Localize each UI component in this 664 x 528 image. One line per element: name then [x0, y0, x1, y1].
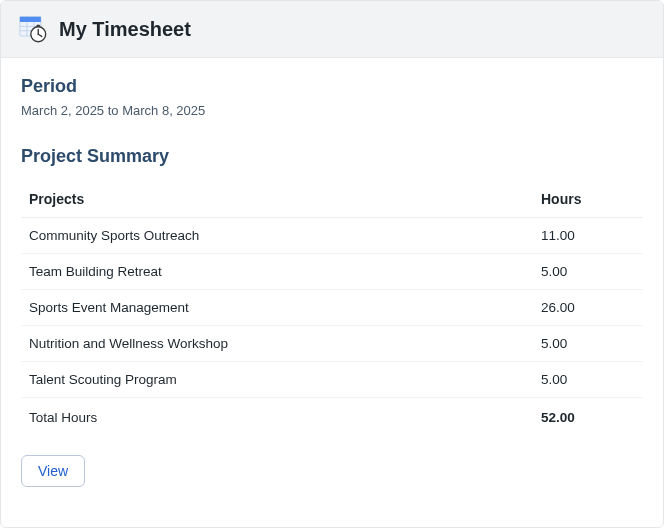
- table-row: Community Sports Outreach 11.00: [21, 218, 643, 254]
- table-row: Talent Scouting Program 5.00: [21, 362, 643, 398]
- project-summary-title: Project Summary: [21, 146, 643, 167]
- page-title: My Timesheet: [59, 18, 191, 41]
- total-value: 52.00: [533, 398, 643, 436]
- svg-rect-1: [20, 17, 41, 22]
- project-name: Talent Scouting Program: [21, 362, 533, 398]
- project-name: Team Building Retreat: [21, 254, 533, 290]
- project-name: Community Sports Outreach: [21, 218, 533, 254]
- period-label: Period: [21, 76, 643, 97]
- project-hours: 26.00: [533, 290, 643, 326]
- table-row: Team Building Retreat 5.00: [21, 254, 643, 290]
- project-hours: 5.00: [533, 362, 643, 398]
- col-projects: Projects: [21, 181, 533, 218]
- project-name: Nutrition and Wellness Workshop: [21, 326, 533, 362]
- total-row: Total Hours 52.00: [21, 398, 643, 436]
- actions-bar: View: [21, 455, 643, 487]
- project-hours: 5.00: [533, 326, 643, 362]
- total-label: Total Hours: [21, 398, 533, 436]
- timesheet-card: My Timesheet Period March 2, 2025 to Mar…: [0, 0, 664, 528]
- table-row: Sports Event Management 26.00: [21, 290, 643, 326]
- table-row: Nutrition and Wellness Workshop 5.00: [21, 326, 643, 362]
- timesheet-clock-icon: [19, 15, 47, 43]
- svg-rect-7: [37, 25, 40, 27]
- view-button[interactable]: View: [21, 455, 85, 487]
- card-header: My Timesheet: [1, 1, 663, 58]
- project-hours: 5.00: [533, 254, 643, 290]
- col-hours: Hours: [533, 181, 643, 218]
- table-header-row: Projects Hours: [21, 181, 643, 218]
- card-body: Period March 2, 2025 to March 8, 2025 Pr…: [1, 58, 663, 507]
- project-name: Sports Event Management: [21, 290, 533, 326]
- period-value: March 2, 2025 to March 8, 2025: [21, 103, 643, 118]
- project-hours: 11.00: [533, 218, 643, 254]
- project-summary-table: Projects Hours Community Sports Outreach…: [21, 181, 643, 435]
